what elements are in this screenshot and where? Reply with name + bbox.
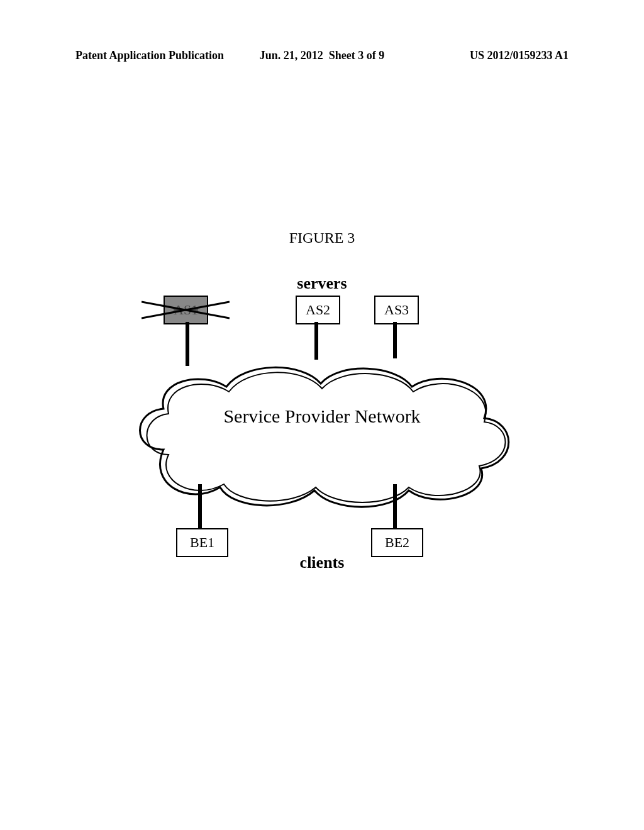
link-be2 (393, 484, 397, 529)
cloud-icon (126, 349, 518, 512)
publication-type: Patent Application Publication (75, 49, 243, 62)
cloud-label: Service Provider Network (126, 406, 518, 427)
servers-label: servers (0, 274, 644, 293)
network-diagram: AS1 AS2 AS3 Service Provider Network BE1… (126, 296, 518, 560)
publication-number: US 2012/0159233 A1 (401, 49, 569, 62)
publication-date-sheet: Jun. 21, 2012 Sheet 3 of 9 (243, 49, 401, 62)
page-header: Patent Application Publication Jun. 21, … (0, 49, 644, 62)
clients-label: clients (0, 553, 644, 572)
figure-title: FIGURE 3 (0, 230, 644, 246)
link-be1 (198, 484, 202, 529)
node-as3: AS3 (374, 296, 419, 324)
node-as2: AS2 (296, 296, 340, 324)
node-as1: AS1 (164, 296, 208, 324)
